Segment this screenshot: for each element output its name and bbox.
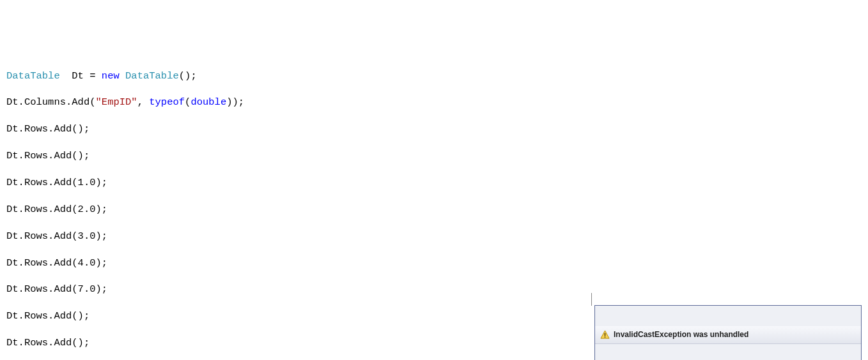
type-keyword: DataTable — [6, 70, 60, 82]
code-line: Dt.Rows.Add(2.0); — [6, 203, 862, 216]
string-literal: "EmpID" — [96, 96, 137, 108]
exception-title: InvalidCastException was unhandled — [614, 329, 748, 340]
code-line: Dt.Rows.Add(4.0); — [6, 257, 862, 270]
code-line: Dt.Rows.Add(7.0); — [6, 283, 862, 296]
svg-rect-2 — [605, 336, 606, 338]
tooltip-pointer-line — [591, 293, 592, 306]
code-line: Dt.Rows.Add(); — [6, 123, 862, 136]
code-line: Dt.Rows.Add(); — [6, 149, 862, 163]
code-line: Dt.Rows.Add(3.0); — [6, 230, 862, 243]
svg-rect-1 — [605, 333, 606, 336]
code-line: Dt.Rows.Add(1.0); — [6, 176, 862, 190]
exception-header: InvalidCastException was unhandled — [595, 326, 861, 343]
warning-icon — [600, 330, 610, 340]
code-line: Dt.Columns.Add("EmpID", typeof(double)); — [6, 96, 862, 109]
code-line: DataTable Dt = new DataTable(); — [6, 70, 862, 83]
exception-assistant-popup[interactable]: InvalidCastException was unhandled An un… — [594, 305, 862, 360]
